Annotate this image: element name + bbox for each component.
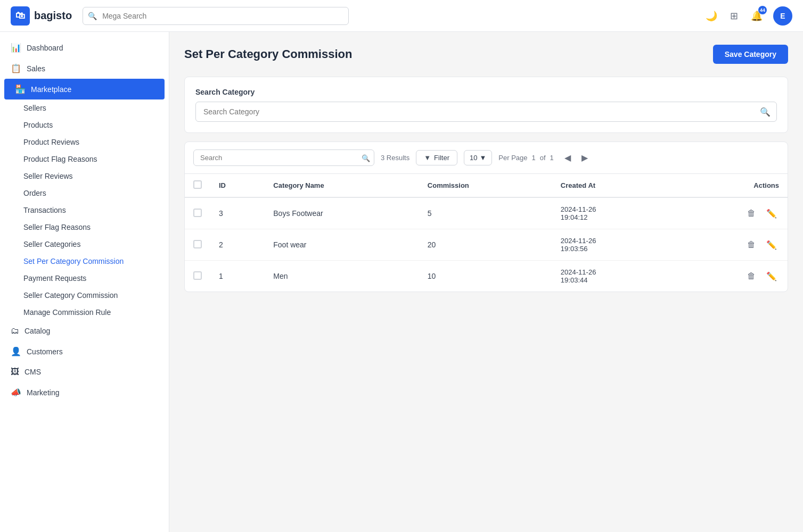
sidebar-sub-product-reviews[interactable]: Product Reviews — [0, 134, 169, 151]
logo-icon: 🛍 — [11, 6, 30, 26]
mega-search-icon: 🔍 — [88, 12, 97, 20]
search-category-icon: 🔍 — [760, 107, 771, 117]
page-current: 1 — [532, 154, 536, 162]
delete-icon-1[interactable]: 🗑 — [745, 238, 758, 252]
marketing-icon: 📣 — [11, 387, 21, 397]
avatar[interactable]: E — [773, 6, 792, 26]
table-search-wrapper: 🔍 — [193, 149, 374, 166]
filter-label: Filter — [434, 154, 449, 162]
sidebar-sub-label-seller-categories: Seller Categories — [23, 240, 80, 248]
sidebar-sub-transactions[interactable]: Transactions — [0, 202, 169, 219]
logo-text: bagisto — [34, 10, 72, 22]
sidebar-sub-payment-requests[interactable]: Payment Requests — [0, 270, 169, 287]
select-all-checkbox[interactable] — [193, 180, 202, 189]
mega-search-wrapper: 🔍 — [83, 7, 349, 25]
table-row: 2 Foot wear 20 2024-11-2619:03:56 🗑 ✏️ — [185, 229, 788, 261]
catalog-icon: 🗂 — [11, 326, 19, 336]
sidebar-label-marketplace: Marketplace — [31, 85, 71, 94]
sidebar-sub-sellers[interactable]: Sellers — [0, 99, 169, 117]
per-page-label: Per Page — [498, 154, 527, 162]
results-badge: 3 Results — [381, 154, 409, 162]
delete-icon-2[interactable]: 🗑 — [745, 269, 758, 283]
data-table: ID Category Name Commission Created At A… — [185, 174, 788, 292]
sidebar-sub-label-sellers: Sellers — [23, 104, 46, 112]
search-category-label: Search Category — [195, 88, 777, 96]
sidebar-item-dashboard[interactable]: 📊 Dashboard — [0, 37, 169, 58]
sidebar-sub-seller-flag-reasons[interactable]: Seller Flag Reasons — [0, 219, 169, 236]
sidebar-sub-label-orders: Orders — [23, 189, 46, 197]
sidebar-item-marketplace[interactable]: 🏪 Marketplace — [4, 79, 165, 99]
sidebar-sub-seller-category-commission[interactable]: Seller Category Commission — [0, 287, 169, 304]
row-checkbox-1[interactable] — [193, 240, 202, 248]
cell-commission-1: 20 — [419, 229, 552, 261]
sidebar-sub-seller-reviews[interactable]: Seller Reviews — [0, 168, 169, 185]
col-header-actions: Actions — [671, 174, 788, 197]
col-header-commission: Commission — [419, 174, 552, 197]
header-actions: 🌙 ⊞ 🔔 44 E — [703, 6, 792, 26]
edit-icon-1[interactable]: ✏️ — [764, 238, 779, 252]
sidebar-item-sales[interactable]: 📋 Sales — [0, 58, 169, 79]
cell-commission-2: 10 — [419, 261, 552, 292]
sidebar-sub-set-per-category-commission[interactable]: Set Per Category Commission — [0, 253, 169, 270]
cell-category-name-2: Men — [265, 261, 419, 292]
notifications-button[interactable]: 🔔 44 — [749, 8, 765, 24]
layout-button[interactable]: ⊞ — [728, 8, 740, 24]
sidebar-sub-product-flag-reasons[interactable]: Product Flag Reasons — [0, 151, 169, 168]
cell-created-at-0: 2024-11-2619:04:12 — [552, 197, 671, 229]
sidebar-item-catalog[interactable]: 🗂 Catalog — [0, 321, 169, 341]
row-checkbox-0[interactable] — [193, 209, 202, 217]
table-search-icon: 🔍 — [362, 154, 370, 162]
pagination-info: Per Page 1 of 1 — [498, 154, 556, 162]
logo[interactable]: 🛍 bagisto — [11, 6, 72, 26]
edit-icon-2[interactable]: ✏️ — [764, 269, 779, 284]
cell-id-0: 3 — [210, 197, 265, 229]
col-header-id: ID — [210, 174, 265, 197]
sidebar: 📊 Dashboard 📋 Sales 🏪 Marketplace Seller… — [0, 32, 169, 532]
col-header-created-at: Created At — [552, 174, 671, 197]
page-header: Set Per Category Commission Save Categor… — [184, 45, 788, 64]
customers-icon: 👤 — [11, 346, 21, 356]
row-checkbox-2[interactable] — [193, 271, 202, 280]
search-category-wrapper: 🔍 — [195, 102, 777, 122]
sidebar-sub-seller-categories[interactable]: Seller Categories — [0, 236, 169, 253]
sidebar-item-marketing[interactable]: 📣 Marketing — [0, 382, 169, 403]
cell-created-at-2: 2024-11-2619:03:44 — [552, 261, 671, 292]
sidebar-item-cms[interactable]: 🖼 CMS — [0, 362, 169, 382]
table-row: 1 Men 10 2024-11-2619:03:44 🗑 ✏️ — [185, 261, 788, 292]
page-of-label: of — [540, 154, 546, 162]
save-category-button[interactable]: Save Category — [713, 45, 788, 64]
sidebar-sub-label-transactions: Transactions — [23, 206, 66, 214]
filter-button[interactable]: ▼ Filter — [416, 150, 457, 165]
main-content: Set Per Category Commission Save Categor… — [169, 32, 803, 532]
sidebar-sub-label-seller-category-commission: Seller Category Commission — [23, 291, 118, 300]
per-page-arrow-icon: ▼ — [479, 154, 486, 162]
sidebar-item-customers[interactable]: 👤 Customers — [0, 341, 169, 362]
cms-icon: 🖼 — [11, 367, 19, 377]
delete-icon-0[interactable]: 🗑 — [745, 206, 758, 220]
table-row: 3 Boys Footwear 5 2024-11-2619:04:12 🗑 ✏… — [185, 197, 788, 229]
sidebar-sub-label-product-flag-reasons: Product Flag Reasons — [23, 155, 97, 163]
table-search-input[interactable] — [193, 149, 374, 166]
sidebar-sub-label-payment-requests: Payment Requests — [23, 274, 86, 282]
moon-icon: 🌙 — [706, 10, 717, 22]
table-card: 🔍 3 Results ▼ Filter 10 ▼ Per Page 1 of … — [184, 142, 788, 292]
pagination-prev-button[interactable]: ◀ — [562, 152, 573, 164]
col-header-category-name: Category Name — [265, 174, 419, 197]
sidebar-sub-label-manage-commission-rule: Manage Commission Rule — [23, 308, 111, 317]
page-title: Set Per Category Commission — [184, 47, 352, 61]
sidebar-label-marketing: Marketing — [27, 388, 59, 397]
table-toolbar: 🔍 3 Results ▼ Filter 10 ▼ Per Page 1 of … — [185, 142, 788, 174]
dark-mode-button[interactable]: 🌙 — [703, 8, 719, 24]
pagination-next-button[interactable]: ▶ — [579, 152, 590, 164]
cell-category-name-1: Foot wear — [265, 229, 419, 261]
per-page-select[interactable]: 10 ▼ — [464, 150, 492, 165]
sidebar-sub-label-products: Products — [23, 121, 53, 129]
mega-search-input[interactable] — [83, 7, 349, 25]
sidebar-sub-manage-commission-rule[interactable]: Manage Commission Rule — [0, 304, 169, 321]
edit-icon-0[interactable]: ✏️ — [764, 206, 779, 221]
sidebar-label-sales: Sales — [27, 64, 45, 73]
search-category-input[interactable] — [195, 102, 777, 122]
sidebar-sub-products[interactable]: Products — [0, 117, 169, 134]
header: 🛍 bagisto 🔍 🌙 ⊞ 🔔 44 E — [0, 0, 803, 32]
sidebar-sub-orders[interactable]: Orders — [0, 185, 169, 202]
